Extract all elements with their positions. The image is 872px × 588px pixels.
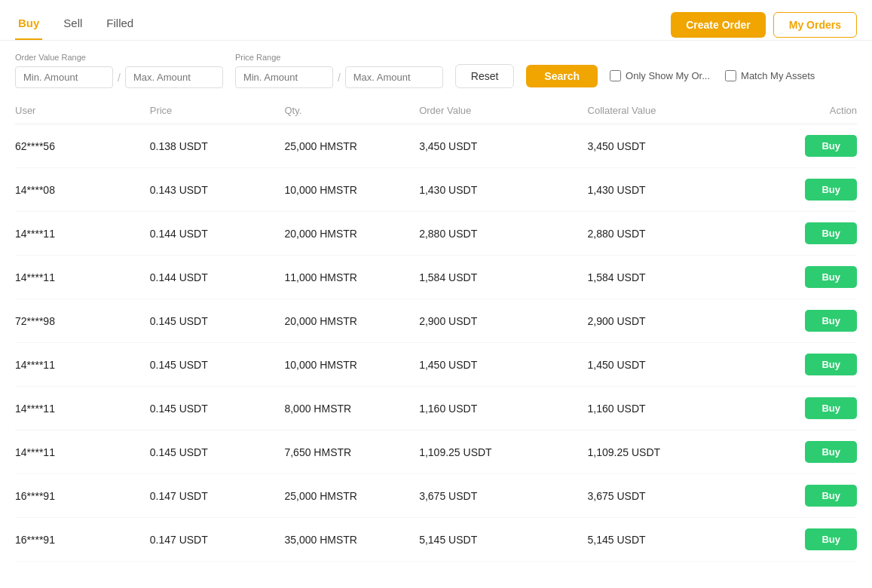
tab-sell[interactable]: Sell (60, 9, 85, 40)
cell-qty: 7,650 HMSTR (284, 430, 419, 474)
col-header-action: Action (773, 97, 857, 124)
cell-qty: 20,000 HMSTR (284, 212, 419, 256)
tab-bar: Buy Sell Filled (15, 9, 136, 40)
checkbox-group: Only Show My Or... Match My Assets (610, 70, 815, 81)
order-value-max-input[interactable] (125, 66, 223, 88)
cell-action: Buy (773, 430, 857, 474)
cell-order-value: 2,900 USDT (419, 299, 587, 343)
price-range-inputs: / (235, 66, 443, 88)
cell-qty: 10,000 HMSTR (284, 343, 419, 387)
table-row: 16****91 0.147 USDT 25,000 HMSTR 3,675 U… (15, 474, 857, 518)
cell-collateral-value: 2,880 USDT (588, 212, 773, 256)
cell-price: 0.145 USDT (150, 343, 285, 387)
cell-collateral-value: 5,145 USDT (588, 518, 773, 562)
create-order-button[interactable]: Create Order (671, 12, 766, 38)
cell-user: 16****91 (15, 518, 150, 562)
table-row: 14****11 0.145 USDT 10,000 HMSTR 1,450 U… (15, 343, 857, 387)
cell-action: Buy (773, 387, 857, 430)
cell-price: 0.138 USDT (150, 124, 285, 168)
tab-buy[interactable]: Buy (15, 9, 42, 40)
cell-user: 14****11 (15, 343, 150, 387)
only-show-my-orders-checkbox-label[interactable]: Only Show My Or... (610, 70, 710, 81)
cell-collateral-value: 1,584 USDT (588, 256, 773, 299)
cell-order-value: 3,675 USDT (419, 474, 587, 518)
cell-qty: 10,000 HMSTR (284, 168, 419, 212)
cell-action: Buy (773, 212, 857, 256)
cell-qty: 11,000 HMSTR (284, 256, 419, 299)
cell-price: 0.143 USDT (150, 168, 285, 212)
cell-collateral-value: 1,109.25 USDT (588, 430, 773, 474)
table-header: User Price Qty. Order Value Collateral V… (15, 97, 857, 124)
cell-collateral-value: 1,450 USDT (588, 343, 773, 387)
table-row: 14****11 0.144 USDT 11,000 HMSTR 1,584 U… (15, 256, 857, 299)
table-row: 14****11 0.144 USDT 20,000 HMSTR 2,880 U… (15, 212, 857, 256)
only-show-my-orders-checkbox[interactable] (610, 70, 621, 81)
price-range-label: Price Range (235, 53, 443, 62)
reset-button[interactable]: Reset (455, 64, 515, 88)
order-value-min-input[interactable] (15, 66, 113, 88)
match-my-assets-label: Match My Assets (741, 70, 815, 81)
cell-order-value: 1,450 USDT (419, 343, 587, 387)
cell-qty: 25,000 HMSTR (284, 474, 419, 518)
order-value-range-label: Order Value Range (15, 53, 223, 62)
cell-action: Buy (773, 518, 857, 562)
buy-button[interactable]: Buy (805, 135, 857, 157)
col-header-collateral-value: Collateral Value (588, 97, 773, 124)
cell-collateral-value: 3,450 USDT (588, 124, 773, 168)
cell-price: 0.145 USDT (150, 430, 285, 474)
cell-price: 0.145 USDT (150, 299, 285, 343)
order-value-range-group: Order Value Range / (15, 53, 223, 88)
filter-bar: Order Value Range / Price Range / Reset … (0, 41, 872, 97)
match-my-assets-checkbox[interactable] (725, 70, 736, 81)
cell-price: 0.147 USDT (150, 518, 285, 562)
table-row: 62****56 0.138 USDT 25,000 HMSTR 3,450 U… (15, 124, 857, 168)
table-body: 62****56 0.138 USDT 25,000 HMSTR 3,450 U… (15, 124, 857, 562)
col-header-qty: Qty. (284, 97, 419, 124)
buy-button[interactable]: Buy (805, 397, 857, 419)
search-button[interactable]: Search (526, 65, 598, 87)
order-value-sep: / (118, 72, 121, 84)
cell-qty: 8,000 HMSTR (284, 387, 419, 430)
buy-button[interactable]: Buy (805, 354, 857, 375)
buy-button[interactable]: Buy (805, 485, 857, 507)
cell-action: Buy (773, 256, 857, 299)
cell-price: 0.144 USDT (150, 256, 285, 299)
buy-button[interactable]: Buy (805, 266, 857, 288)
match-my-assets-checkbox-label[interactable]: Match My Assets (725, 70, 815, 81)
orders-table-container: User Price Qty. Order Value Collateral V… (0, 97, 872, 562)
buy-button[interactable]: Buy (805, 441, 857, 463)
cell-order-value: 1,160 USDT (419, 387, 587, 430)
cell-price: 0.147 USDT (150, 474, 285, 518)
cell-user: 14****11 (15, 430, 150, 474)
price-range-group: Price Range / (235, 53, 443, 88)
cell-order-value: 3,450 USDT (419, 124, 587, 168)
buy-button[interactable]: Buy (805, 528, 857, 550)
page-header: Buy Sell Filled Create Order My Orders (0, 0, 872, 41)
col-header-order-value: Order Value (419, 97, 587, 124)
table-row: 14****11 0.145 USDT 7,650 HMSTR 1,109.25… (15, 430, 857, 474)
cell-user: 14****08 (15, 168, 150, 212)
table-row: 16****91 0.147 USDT 35,000 HMSTR 5,145 U… (15, 518, 857, 562)
cell-order-value: 1,430 USDT (419, 168, 587, 212)
buy-button[interactable]: Buy (805, 310, 857, 332)
order-value-inputs: / (15, 66, 223, 88)
cell-user: 16****91 (15, 474, 150, 518)
cell-action: Buy (773, 343, 857, 387)
price-range-max-input[interactable] (345, 66, 443, 88)
cell-collateral-value: 2,900 USDT (588, 299, 773, 343)
cell-user: 62****56 (15, 124, 150, 168)
cell-user: 14****11 (15, 212, 150, 256)
cell-order-value: 1,109.25 USDT (419, 430, 587, 474)
orders-table: User Price Qty. Order Value Collateral V… (15, 97, 857, 562)
cell-action: Buy (773, 168, 857, 212)
tab-filled[interactable]: Filled (103, 9, 136, 40)
price-range-min-input[interactable] (235, 66, 333, 88)
table-row: 72****98 0.145 USDT 20,000 HMSTR 2,900 U… (15, 299, 857, 343)
cell-qty: 25,000 HMSTR (284, 124, 419, 168)
cell-collateral-value: 3,675 USDT (588, 474, 773, 518)
cell-action: Buy (773, 474, 857, 518)
my-orders-button[interactable]: My Orders (773, 12, 857, 38)
header-actions: Create Order My Orders (671, 12, 857, 38)
buy-button[interactable]: Buy (805, 222, 857, 244)
buy-button[interactable]: Buy (805, 179, 857, 201)
